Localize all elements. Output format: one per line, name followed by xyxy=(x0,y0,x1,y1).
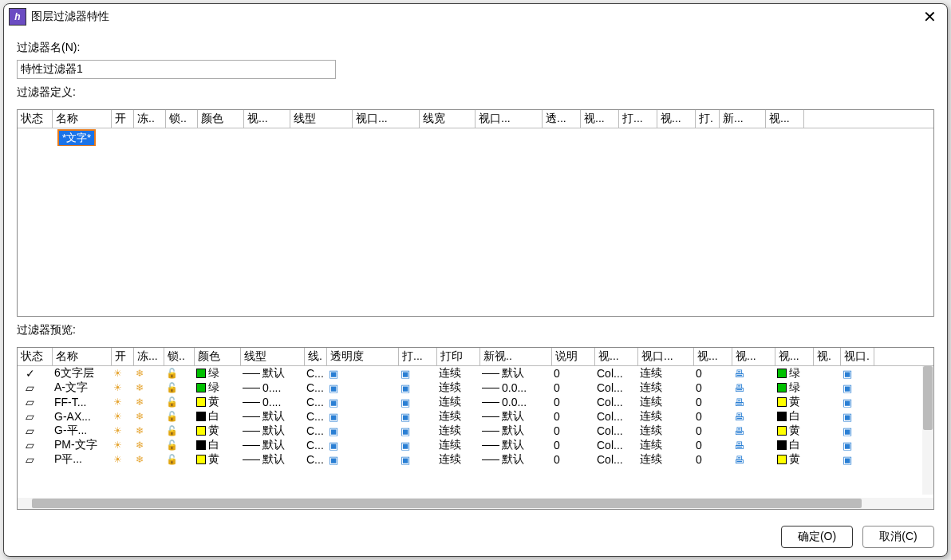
col-header[interactable]: 锁.. xyxy=(166,110,198,128)
col-header[interactable]: 线型 xyxy=(241,348,305,365)
col-header[interactable]: 打... xyxy=(399,348,437,365)
cell: 0 xyxy=(552,366,595,381)
table-row[interactable]: ✓6文字层☀❄🔓 绿 默认C...▣▣连续 默认0Col...连续0🖶 绿▣ xyxy=(18,366,921,381)
col-header[interactable]: 透明度 xyxy=(327,348,399,365)
table-row[interactable]: ▱G-AX...☀❄🔓 白 默认C...▣▣连续 默认0Col...连续0🖶 白… xyxy=(18,409,921,424)
col-header[interactable]: 冻.. xyxy=(134,110,166,128)
print-icon: 🖶 xyxy=(734,454,744,466)
col-header[interactable]: 新视.. xyxy=(480,348,552,365)
cancel-button[interactable]: 取消(C) xyxy=(862,526,934,548)
sun-icon: ☀ xyxy=(113,454,122,465)
cell: 0 xyxy=(552,438,595,452)
col-header[interactable]: 打. xyxy=(696,110,720,128)
close-button[interactable]: ✕ xyxy=(920,7,939,26)
table-row[interactable]: ▱G-平...☀❄🔓 黄 默认C...▣▣连续 默认0Col...连续0🖶 黄▣ xyxy=(18,424,921,438)
col-header[interactable]: 透... xyxy=(543,110,581,128)
col-header[interactable]: 视... xyxy=(694,348,732,365)
print-icon: 🖶 xyxy=(734,382,744,394)
col-header[interactable]: 视口... xyxy=(638,348,694,365)
col-header[interactable]: 线宽 xyxy=(420,110,475,128)
sun-icon: ☀ xyxy=(113,425,122,436)
cell xyxy=(814,366,841,381)
filter-name-input[interactable] xyxy=(17,60,336,79)
filter-def-body[interactable]: *文字* xyxy=(18,128,933,316)
sun-icon: ☀ xyxy=(113,440,122,451)
cell: 连续 xyxy=(638,438,694,452)
col-header[interactable]: 颜色 xyxy=(198,110,244,128)
cell: 白 xyxy=(195,409,241,424)
cell: 黄 xyxy=(775,395,814,409)
lock-open-icon: 🔓 xyxy=(166,454,178,465)
cell: 连续 xyxy=(437,452,480,467)
cell: ☀ xyxy=(112,452,134,467)
filter-def-empty-row[interactable] xyxy=(18,146,933,162)
col-header[interactable]: 视... xyxy=(581,110,619,128)
col-header[interactable]: 冻... xyxy=(134,348,164,365)
horizontal-scrollbar[interactable] xyxy=(18,498,933,509)
table-row[interactable]: ▱A-文字☀❄🔓 绿 0....C...▣▣连续 0.0...0Col...连续… xyxy=(18,381,921,395)
col-header[interactable]: 名称 xyxy=(53,110,112,128)
window-title: 图层过滤器特性 xyxy=(31,10,915,24)
cell: 黄 xyxy=(775,452,814,467)
vertical-scrollbar[interactable] xyxy=(922,366,933,495)
print-icon: 🖶 xyxy=(734,396,744,408)
col-header[interactable]: 视... xyxy=(775,348,814,365)
cell: ▣ xyxy=(841,381,874,395)
snowflake-icon: ❄ xyxy=(136,411,144,422)
layer-icon: ▣ xyxy=(329,396,338,408)
cell: 连续 xyxy=(638,452,694,467)
col-header[interactable]: 视... xyxy=(657,110,696,128)
col-header[interactable]: 视口... xyxy=(353,110,420,128)
cell: 0.... xyxy=(241,381,305,395)
horizontal-scroll-thumb[interactable] xyxy=(32,499,862,508)
cell: ▣ xyxy=(399,395,437,409)
print-icon: 🖶 xyxy=(734,368,744,380)
vertical-scroll-thumb[interactable] xyxy=(923,366,933,430)
print-icon: 🖶 xyxy=(734,411,744,423)
cell: 🔓 xyxy=(164,424,195,438)
content: 过滤器名(N): 过滤器定义: 状态名称开冻..锁..颜色视...线型视口...… xyxy=(4,30,947,518)
col-header[interactable]: 视. xyxy=(814,348,841,365)
col-header[interactable]: 状态 xyxy=(18,348,53,365)
cell: 绿 xyxy=(775,366,814,381)
col-header[interactable]: 锁.. xyxy=(164,348,195,365)
cell: ☀ xyxy=(112,424,134,438)
cell: 黄 xyxy=(195,424,241,438)
col-header[interactable]: 颜色 xyxy=(195,348,241,365)
col-header[interactable]: 线. xyxy=(305,348,327,365)
cell: 默认 xyxy=(241,409,305,424)
col-header[interactable]: 视... xyxy=(766,110,804,128)
col-header[interactable]: 新... xyxy=(720,110,766,128)
col-header[interactable]: 开 xyxy=(112,348,134,365)
cell: 0.0... xyxy=(480,381,552,395)
ok-button[interactable]: 确定(O) xyxy=(781,526,853,548)
col-header[interactable]: 线型 xyxy=(290,110,353,128)
color-swatch xyxy=(196,397,206,407)
col-header[interactable]: 打... xyxy=(619,110,657,128)
table-row[interactable]: ▱PM-文字☀❄🔓 白 默认C...▣▣连续 默认0Col...连续0🖶 白▣ xyxy=(18,438,921,452)
col-header[interactable]: 名称 xyxy=(53,348,112,365)
filter-def-grid: 状态名称开冻..锁..颜色视...线型视口...线宽视口...透...视...打… xyxy=(17,109,934,317)
table-row[interactable]: ▱P平...☀❄🔓 黄 默认C...▣▣连续 默认0Col...连续0🖶 黄▣ xyxy=(18,452,921,467)
cell: ▱ xyxy=(18,409,53,424)
layer-icon: ▣ xyxy=(329,382,338,394)
col-header[interactable]: 视... xyxy=(244,110,290,128)
filter-def-row[interactable]: *文字* xyxy=(18,128,933,144)
table-row[interactable]: ▱FF-T...☀❄🔓 黄 0....C...▣▣连续 0.0...0Col..… xyxy=(18,395,921,409)
cell xyxy=(814,452,841,467)
col-header[interactable]: 说明 xyxy=(552,348,595,365)
filter-def-name-cell[interactable]: *文字* xyxy=(57,129,96,147)
cell: ☀ xyxy=(112,366,134,381)
col-header[interactable]: 状态 xyxy=(18,110,53,128)
cell: ▣ xyxy=(841,395,874,409)
col-header[interactable]: 视口. xyxy=(841,348,874,365)
col-header[interactable]: 视口... xyxy=(475,110,543,128)
cell: ❄ xyxy=(134,366,164,381)
col-header[interactable]: 视... xyxy=(732,348,775,365)
col-header[interactable]: 视... xyxy=(595,348,638,365)
color-swatch xyxy=(777,440,787,450)
col-header[interactable]: 打印 xyxy=(437,348,480,365)
col-header[interactable]: 开 xyxy=(112,110,134,128)
cell: Col... xyxy=(595,381,638,395)
cell: 🖶 xyxy=(732,381,775,395)
